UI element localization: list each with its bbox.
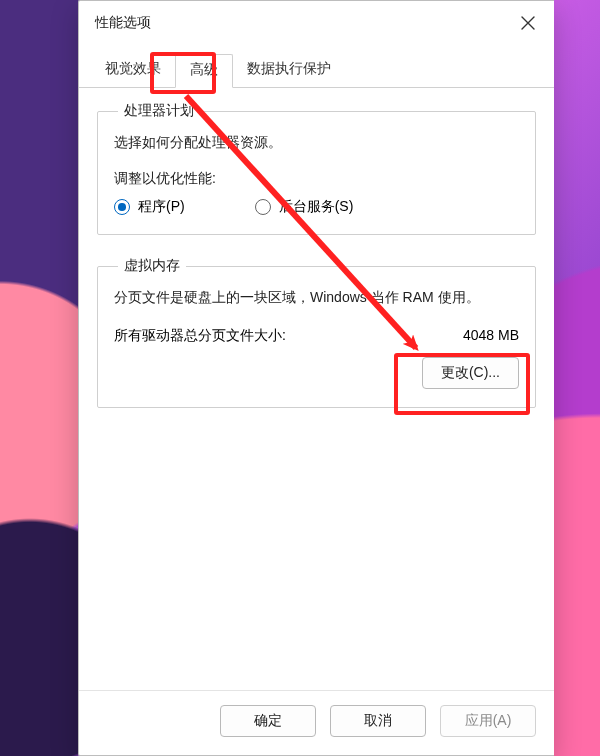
apply-button[interactable]: 应用(A) xyxy=(440,705,536,737)
tab-advanced[interactable]: 高级 xyxy=(175,54,233,88)
processor-desc: 选择如何分配处理器资源。 xyxy=(114,134,519,152)
processor-scheduling-group: 处理器计划 选择如何分配处理器资源。 调整以优化性能: 程序(P) 后台服务(S… xyxy=(97,102,536,235)
close-icon xyxy=(521,16,535,30)
close-button[interactable] xyxy=(508,7,548,39)
titlebar: 性能选项 xyxy=(79,1,554,45)
processor-subhead: 调整以优化性能: xyxy=(114,170,519,188)
virtual-memory-desc: 分页文件是硬盘上的一块区域，Windows 当作 RAM 使用。 xyxy=(114,289,519,307)
tab-dep[interactable]: 数据执行保护 xyxy=(233,54,345,88)
processor-legend: 处理器计划 xyxy=(118,102,200,120)
virtual-memory-group: 虚拟内存 分页文件是硬盘上的一块区域，Windows 当作 RAM 使用。 所有… xyxy=(97,257,536,408)
processor-radio-row: 程序(P) 后台服务(S) xyxy=(114,198,519,216)
pagefile-size-row: 所有驱动器总分页文件大小: 4048 MB xyxy=(114,327,519,345)
radio-programs-label: 程序(P) xyxy=(138,198,185,216)
window-title: 性能选项 xyxy=(95,14,508,32)
change-button[interactable]: 更改(C)... xyxy=(422,357,519,389)
ok-button[interactable]: 确定 xyxy=(220,705,316,737)
radio-programs[interactable]: 程序(P) xyxy=(114,198,185,216)
virtual-memory-legend: 虚拟内存 xyxy=(118,257,186,275)
radio-dot-icon xyxy=(255,199,271,215)
radio-background-label: 后台服务(S) xyxy=(279,198,354,216)
tab-visual-effects[interactable]: 视觉效果 xyxy=(91,54,175,88)
performance-options-window: 性能选项 视觉效果 高级 数据执行保护 处理器计划 选择如何分配处理器资源。 调… xyxy=(78,0,554,756)
radio-background-services[interactable]: 后台服务(S) xyxy=(255,198,354,216)
cancel-button[interactable]: 取消 xyxy=(330,705,426,737)
tabs: 视觉效果 高级 数据执行保护 xyxy=(79,45,554,88)
radio-dot-icon xyxy=(114,199,130,215)
pagefile-size-label: 所有驱动器总分页文件大小: xyxy=(114,327,286,345)
dialog-footer: 确定 取消 应用(A) xyxy=(79,690,554,755)
tab-content: 处理器计划 选择如何分配处理器资源。 调整以优化性能: 程序(P) 后台服务(S… xyxy=(79,88,554,690)
pagefile-size-value: 4048 MB xyxy=(463,327,519,345)
